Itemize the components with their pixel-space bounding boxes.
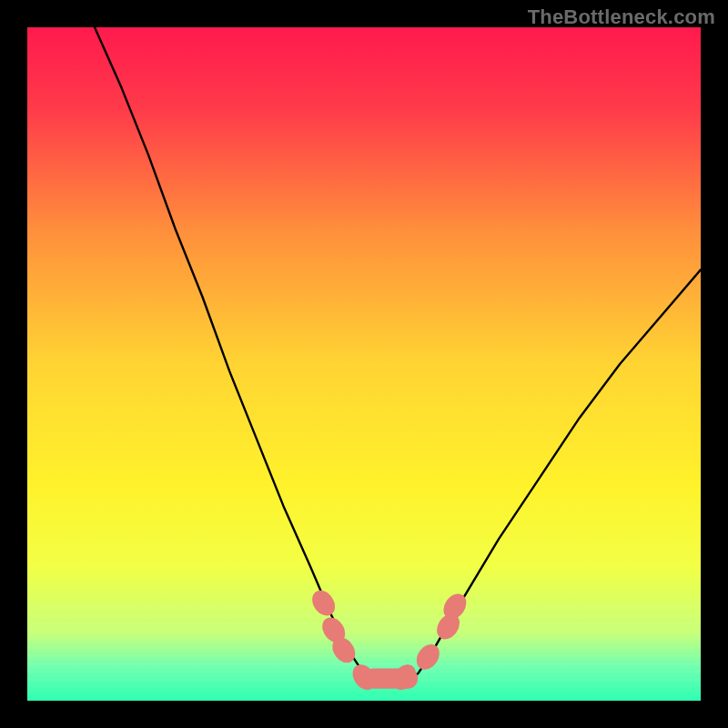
band-stripe <box>27 647 701 649</box>
band-stripe <box>27 655 701 657</box>
band-stripe <box>27 606 701 608</box>
chart-container: TheBottleneck.com <box>0 0 728 728</box>
band-stripe <box>27 614 701 616</box>
watermark-text: TheBottleneck.com <box>528 5 715 29</box>
band-stripe <box>27 622 701 624</box>
band-stripe <box>27 631 701 632</box>
chart-svg <box>27 27 701 701</box>
band-stripe <box>27 639 701 641</box>
gradient-background <box>27 27 701 701</box>
plot-area <box>27 27 701 701</box>
band-stripe <box>27 663 701 665</box>
